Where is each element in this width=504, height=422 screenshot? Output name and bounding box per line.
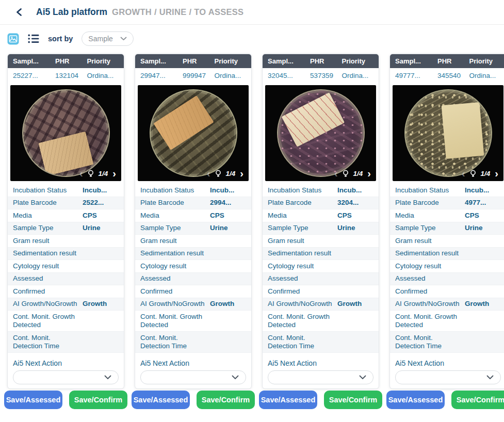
row-label: Cont. Monit. Detection Time bbox=[140, 334, 210, 351]
row-value: Urine bbox=[337, 224, 373, 233]
prev-image-icon[interactable]: ‹ bbox=[207, 169, 210, 177]
save-assessed-button[interactable]: Save/Assessed bbox=[259, 391, 317, 409]
table-row: Assessed bbox=[390, 273, 504, 286]
save-confirm-button[interactable]: Save/Confirm bbox=[451, 391, 504, 409]
table-row: Gram result bbox=[263, 235, 379, 248]
row-value bbox=[465, 249, 501, 258]
next-image-icon[interactable]: › bbox=[495, 169, 498, 177]
next-action-label: Ai5 Next Action bbox=[395, 359, 501, 367]
row-value: CPS bbox=[210, 212, 246, 220]
card-action-buttons: Save/Assessed Save/Confirm bbox=[4, 391, 127, 409]
table-row: Gram result bbox=[135, 235, 251, 248]
sort-select-value: Sample bbox=[88, 35, 112, 43]
row-label: Cytology result bbox=[13, 262, 83, 271]
petri-dish bbox=[150, 89, 237, 177]
table-row: Cont. Monit. Detection Time bbox=[8, 332, 124, 353]
back-button[interactable] bbox=[15, 7, 27, 18]
lightbulb-icon[interactable] bbox=[470, 170, 476, 177]
image-counter: 1/4 bbox=[99, 170, 108, 177]
column-phr: PHR bbox=[310, 57, 342, 65]
petri-dish-photo[interactable]: ‹ 1/4 › bbox=[393, 85, 503, 181]
next-action-select[interactable] bbox=[13, 370, 119, 384]
column-sample: Sampl... bbox=[395, 57, 437, 65]
petri-dish-photo[interactable]: ‹ 1/4 › bbox=[10, 85, 121, 181]
table-row: Media CPS bbox=[8, 209, 124, 222]
row-value bbox=[210, 287, 246, 296]
row-label: Media bbox=[395, 212, 465, 220]
page-title: Ai5 Lab platform bbox=[36, 7, 107, 18]
card-table-header: Sampl... PHR Priority bbox=[8, 54, 124, 68]
column-phr: PHR bbox=[183, 57, 215, 65]
save-assessed-button[interactable]: Save/Assessed bbox=[132, 391, 190, 409]
prev-image-icon[interactable]: ‹ bbox=[334, 169, 338, 177]
row-value: Incub... bbox=[210, 186, 246, 195]
table-row: Sample Type Urine bbox=[8, 222, 124, 235]
prev-image-icon[interactable]: ‹ bbox=[462, 169, 465, 177]
next-image-icon[interactable]: › bbox=[240, 169, 243, 177]
row-label: AI Growth/NoGrowth bbox=[268, 300, 337, 309]
row-value bbox=[337, 334, 373, 351]
priority-value: Ordina... bbox=[215, 72, 247, 79]
next-action-label: Ai5 Next Action bbox=[268, 359, 373, 367]
table-row: Media CPS bbox=[390, 209, 504, 222]
save-confirm-button[interactable]: Save/Confirm bbox=[197, 391, 255, 409]
image-counter: 1/4 bbox=[481, 170, 491, 177]
table-row: Sample Type Urine bbox=[390, 222, 504, 235]
table-row: Cont. Monit. Detection Time bbox=[390, 332, 504, 353]
next-action-select[interactable] bbox=[268, 370, 373, 384]
table-row: Cont. Monit. Growth Detected bbox=[263, 311, 379, 332]
sort-select[interactable]: Sample bbox=[82, 31, 133, 46]
lightbulb-icon[interactable] bbox=[215, 170, 221, 177]
lightbulb-icon[interactable] bbox=[88, 170, 94, 177]
row-label: Confirmed bbox=[13, 287, 83, 296]
table-row: Confirmed bbox=[263, 285, 379, 298]
row-label: Cont. Monit. Growth Detected bbox=[140, 313, 210, 330]
next-image-icon[interactable]: › bbox=[112, 169, 116, 177]
save-assessed-button[interactable]: Save/Assessed bbox=[386, 391, 445, 409]
table-row: Plate Barcode 2994... bbox=[135, 197, 251, 210]
next-image-icon[interactable]: › bbox=[367, 169, 371, 177]
column-priority: Priority bbox=[87, 57, 119, 65]
prev-image-icon[interactable]: ‹ bbox=[79, 169, 83, 177]
sample-card: Sampl... PHR Priority 32045... 537359 Or… bbox=[262, 54, 379, 389]
table-row: Cont. Monit. Growth Detected bbox=[8, 311, 124, 332]
row-value: 3204... bbox=[337, 199, 373, 207]
table-row: Sedimentation result bbox=[390, 248, 504, 261]
card-table-values: 25227... 132104 Ordina... bbox=[8, 68, 124, 83]
row-label: Gram result bbox=[140, 237, 210, 246]
petri-dish bbox=[22, 89, 110, 177]
table-row: AI Growth/NoGrowth Growth bbox=[8, 298, 124, 311]
list-view-button[interactable] bbox=[28, 34, 39, 44]
table-row: Sedimentation result bbox=[263, 248, 379, 261]
sample-cards-grid: Sampl... PHR Priority 25227... 132104 Or… bbox=[0, 54, 504, 409]
row-value: CPS bbox=[83, 212, 119, 220]
row-label: AI Growth/NoGrowth bbox=[13, 300, 83, 309]
save-assessed-button[interactable]: Save/Assessed bbox=[4, 391, 62, 409]
card-table-values: 29947... 999947 Ordina... bbox=[135, 68, 251, 83]
next-action-select[interactable] bbox=[140, 370, 246, 384]
row-label: Media bbox=[268, 212, 337, 220]
column-sample: Sampl... bbox=[140, 57, 183, 65]
petri-dish-photo[interactable]: ‹ 1/4 › bbox=[265, 85, 376, 181]
save-confirm-button[interactable]: Save/Confirm bbox=[324, 391, 382, 409]
column-priority: Priority bbox=[342, 57, 374, 65]
phr-value: 132104 bbox=[55, 72, 87, 79]
image-icon bbox=[7, 33, 19, 45]
sample-id-value: 29947... bbox=[140, 72, 183, 79]
petri-dish-photo[interactable]: ‹ 1/4 › bbox=[138, 85, 249, 181]
priority-value: Ordina... bbox=[469, 72, 501, 79]
phr-value: 345540 bbox=[437, 72, 469, 79]
lightbulb-icon[interactable] bbox=[343, 170, 349, 177]
save-confirm-button[interactable]: Save/Confirm bbox=[69, 391, 127, 409]
table-row: Sample Type Urine bbox=[135, 222, 251, 235]
row-value: Urine bbox=[210, 224, 246, 233]
row-value: Urine bbox=[83, 224, 119, 233]
next-action-select[interactable] bbox=[395, 370, 501, 384]
row-label: Incubation Status bbox=[268, 186, 337, 195]
sample-card-column: Sampl... PHR Priority 32045... 537359 Or… bbox=[262, 54, 379, 409]
card-action-buttons: Save/Assessed Save/Confirm bbox=[386, 391, 504, 409]
gallery-view-button[interactable] bbox=[7, 33, 19, 45]
column-priority: Priority bbox=[469, 57, 501, 65]
table-row: Cytology result bbox=[8, 260, 124, 273]
row-label: Assessed bbox=[395, 274, 465, 283]
